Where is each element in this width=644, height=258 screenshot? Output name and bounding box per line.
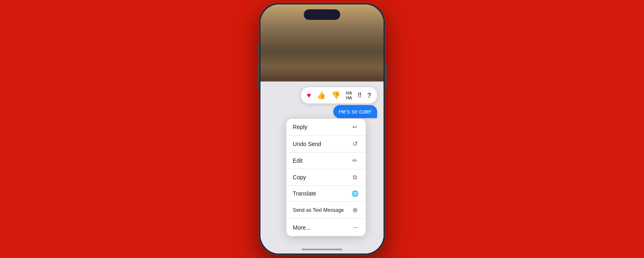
context-menu: Reply ↩ Undo Send ↺ Edit ✏ Copy: [286, 119, 366, 236]
thumbs-down-reaction[interactable]: 👎: [331, 92, 340, 99]
menu-item-reply-label: Reply: [293, 124, 307, 130]
message-area: ♥ 👍 👎 HAHA ‼ ? He's so cute! R: [260, 82, 384, 254]
haha-reaction[interactable]: HAHA: [346, 90, 352, 100]
phone-frame: ♥ 👍 👎 HAHA ‼ ? He's so cute! R: [259, 3, 385, 255]
screen-content: ♥ 👍 👎 HAHA ‼ ? He's so cute! R: [260, 4, 384, 254]
menu-item-translate-label: Translate: [293, 190, 316, 197]
menu-item-copy-label: Copy: [293, 174, 306, 181]
exclaim-reaction[interactable]: ‼: [358, 92, 362, 99]
menu-item-reply[interactable]: Reply ↩: [286, 119, 366, 135]
message-bubble: He's so cute!: [333, 105, 377, 118]
menu-item-more[interactable]: More... ···: [286, 219, 366, 236]
send-as-text-icon: ⊕: [351, 206, 359, 214]
undo-send-icon: ↺: [351, 140, 359, 148]
menu-item-send-as-text[interactable]: Send as Text Message ⊕: [286, 202, 366, 219]
translate-icon: 🌐: [351, 190, 359, 197]
thumbs-up-reaction[interactable]: 👍: [317, 92, 326, 99]
question-reaction[interactable]: ?: [367, 92, 371, 99]
more-icon: ···: [351, 223, 359, 232]
menu-item-more-label: More...: [293, 224, 311, 231]
menu-item-edit-label: Edit: [293, 157, 303, 164]
phone-screen: ♥ 👍 👎 HAHA ‼ ? He's so cute! R: [260, 4, 384, 254]
heart-reaction[interactable]: ♥: [307, 92, 311, 99]
menu-item-undo-send-label: Undo Send: [293, 141, 321, 147]
copy-icon: ⧉: [351, 174, 359, 181]
menu-item-send-as-text-label: Send as Text Message: [293, 207, 344, 213]
home-indicator: [302, 249, 342, 250]
reaction-bar: ♥ 👍 👎 HAHA ‼ ?: [301, 87, 377, 103]
menu-item-undo-send[interactable]: Undo Send ↺: [286, 135, 366, 153]
phone-notch: [304, 9, 340, 20]
menu-item-copy[interactable]: Copy ⧉: [286, 169, 366, 186]
reply-icon: ↩: [351, 123, 359, 131]
message-text: He's so cute!: [339, 108, 372, 115]
menu-item-edit[interactable]: Edit ✏: [286, 153, 366, 169]
menu-item-translate[interactable]: Translate 🌐: [286, 186, 366, 202]
phone-wrapper: ♥ 👍 👎 HAHA ‼ ? He's so cute! R: [257, 0, 387, 258]
edit-icon: ✏: [351, 157, 359, 164]
